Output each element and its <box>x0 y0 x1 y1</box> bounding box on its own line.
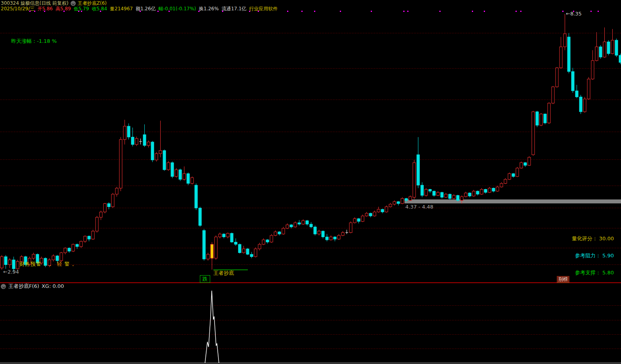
quote-volume: 量214967 <box>110 6 133 11</box>
finance-warning-dot1: 。 <box>49 261 55 267</box>
quote-date: 2025/10/29/三 <box>1 6 34 11</box>
quant-score-value: 30.00 <box>599 236 614 241</box>
gap-band-label: 4.37 - 4.48 <box>405 204 433 210</box>
sub-indicator-title[interactable]: 王者抄底F(6) <box>8 284 39 289</box>
quant-score-row: 量化评分： 30.00 <box>572 236 614 241</box>
signal-spike <box>205 291 219 363</box>
support-label: 参考支撑： <box>575 270 601 276</box>
gap-band <box>404 199 621 203</box>
finance-warning-prefix: 财务预警： <box>19 261 47 267</box>
low-price-marker: ←2.94 <box>3 269 19 275</box>
quote-close: 收5.84 <box>92 6 107 11</box>
quote-amount: 额1.26亿 <box>136 6 156 11</box>
finance-warning-dot2: 。 <box>72 261 78 267</box>
finance-warning-level: 轻 <box>57 261 62 267</box>
buy-signal-label: 王者抄底 <box>213 270 234 276</box>
finance-warning-word: 警 <box>64 261 70 267</box>
gridlines <box>0 33 621 349</box>
fall-tag: 跌 <box>200 275 210 283</box>
panel-separator <box>0 282 621 283</box>
main-indicator-badge[interactable]: 王者抄底Z(6) <box>78 0 107 6</box>
quote-change: 幅-0.01(-0.17%) <box>159 6 196 11</box>
support-row: 参考支撑： 5.80 <box>575 270 614 276</box>
collapse-chevron-icon[interactable] <box>71 1 76 6</box>
signal-lines <box>212 260 248 270</box>
trading-terminal: 300324 旋极信息(日线 前复权) 王者抄底Z(6) 2025/10/29/… <box>0 0 621 364</box>
quote-open: 开5.86 <box>37 6 53 11</box>
stock-title: 300324 旋极信息(日线 前复权) <box>1 0 69 6</box>
quote-high: 高5.89 <box>56 6 71 11</box>
resistance-value: 5.90 <box>602 253 614 259</box>
title-bar: 300324 旋极信息(日线 前复权) 王者抄底Z(6) <box>1 0 107 6</box>
sub-collapse-chevron-icon[interactable] <box>1 284 6 289</box>
finance-warning-label: 财务预警： 。 轻 警 。 <box>19 261 78 267</box>
support-value: 5.80 <box>602 270 614 276</box>
quote-turnover: 换1.26% <box>199 6 219 11</box>
sub-indicator-header: 王者抄底F(6) XG: 0.00 <box>1 284 64 289</box>
high-price-marker: ←8.35 <box>566 11 582 17</box>
candles <box>0 14 621 271</box>
resistance-row: 参考阻力： 5.90 <box>575 253 614 259</box>
candlestick-chart-canvas[interactable] <box>0 0 621 364</box>
quote-low: 低5.79 <box>74 6 89 11</box>
sub-indicator-value: XG: 0.00 <box>42 284 64 289</box>
yesterday-change-label: 昨天涨幅：-1.18 % <box>11 38 57 44</box>
corner-tab-button[interactable]: 别榜 <box>557 276 569 283</box>
quote-info-bar: 2025/10/29/三 开5.86 高5.89 低5.79 收5.84 量21… <box>1 6 278 11</box>
quote-float-cap: 流通17.1亿 <box>222 6 247 11</box>
resistance-label: 参考阻力： <box>575 253 601 259</box>
quant-score-label: 量化评分： <box>572 236 598 241</box>
industry-link[interactable]: 行业应用软件 <box>249 6 278 11</box>
